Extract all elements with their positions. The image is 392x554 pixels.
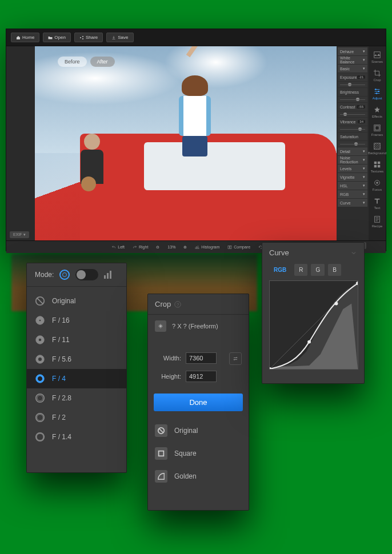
right-sidebar: Dehaze▾ White Balance▾ Basic▾ Exposure-2… bbox=[337, 46, 386, 240]
aperture-icon bbox=[35, 432, 45, 442]
swap-dimensions-button[interactable] bbox=[229, 352, 242, 365]
aperture-icon bbox=[35, 374, 45, 384]
crop-freeform-row[interactable]: ? X ? (Freeform) bbox=[148, 315, 249, 338]
contrast-row: Contrast-55 bbox=[338, 103, 367, 111]
height-input[interactable] bbox=[186, 371, 217, 382]
tool-effects[interactable]: Effects bbox=[370, 103, 385, 121]
height-label: Height: bbox=[156, 373, 181, 380]
home-icon bbox=[16, 35, 21, 40]
curve-tabs: RGB R G B bbox=[269, 264, 357, 276]
curve-title: Curve bbox=[269, 248, 289, 257]
curve-graph[interactable] bbox=[269, 280, 358, 370]
tool-adjust[interactable]: Adjust bbox=[370, 85, 385, 102]
crop-icon bbox=[373, 69, 381, 77]
svg-point-31 bbox=[37, 415, 43, 421]
vibrance-slider[interactable] bbox=[338, 126, 367, 132]
aperture-f14[interactable]: F / 1.4 bbox=[27, 427, 126, 447]
recipe-icon bbox=[373, 215, 381, 223]
aperture-original[interactable]: Original bbox=[27, 291, 126, 311]
crop-preset-original[interactable]: Original bbox=[148, 419, 249, 442]
aperture-f28[interactable]: F / 2.8 bbox=[27, 388, 126, 408]
histogram-button[interactable]: Histogram bbox=[195, 245, 219, 250]
section-hsl[interactable]: HSL▾ bbox=[338, 182, 367, 190]
saturation-row: Saturation bbox=[338, 133, 367, 140]
svg-rect-13 bbox=[378, 165, 380, 167]
tool-recipe[interactable]: Recipe bbox=[370, 213, 385, 230]
svg-text:?: ? bbox=[177, 302, 179, 307]
aperture-f16[interactable]: F / 16 bbox=[27, 311, 126, 330]
section-noise-reduction[interactable]: Noise Reduction▾ bbox=[338, 156, 367, 164]
aperture-f11[interactable]: F / 11 bbox=[27, 330, 126, 350]
tool-text[interactable]: Text bbox=[370, 195, 385, 212]
mode-aperture-icon[interactable] bbox=[59, 270, 70, 280]
chevron-down-icon[interactable] bbox=[350, 250, 357, 256]
open-button[interactable]: Open bbox=[43, 33, 71, 42]
section-basic[interactable]: Basic▾ bbox=[338, 65, 367, 73]
section-curve[interactable]: Curve▾ bbox=[338, 199, 367, 207]
share-button[interactable]: Share bbox=[74, 33, 103, 42]
section-dehaze[interactable]: Dehaze▾ bbox=[338, 47, 367, 55]
tool-strip: Scenes Crop Adjust Effects Frames Backgr… bbox=[369, 46, 386, 240]
brightness-slider[interactable] bbox=[338, 97, 367, 102]
brightness-row: Brightness bbox=[338, 88, 367, 96]
scenes-icon bbox=[373, 51, 381, 59]
help-icon[interactable]: ? bbox=[174, 301, 181, 308]
aperture-f4[interactable]: F / 4 bbox=[27, 369, 126, 388]
aperture-list: Original F / 16 F / 11 F / 5.6 F / 4 F /… bbox=[27, 287, 126, 447]
contrast-slider[interactable] bbox=[338, 111, 367, 117]
curve-tab-b[interactable]: B bbox=[328, 264, 341, 276]
golden-icon bbox=[155, 470, 167, 483]
zoom-out-button[interactable]: ⊖ bbox=[156, 245, 159, 250]
exif-button[interactable]: EXIF ▾ bbox=[10, 231, 29, 238]
curve-tab-rgb[interactable]: RGB bbox=[269, 264, 291, 276]
focus-icon bbox=[373, 179, 381, 187]
background-icon bbox=[373, 142, 381, 150]
section-vignette[interactable]: Vignette▾ bbox=[338, 173, 367, 181]
tool-background[interactable]: Background bbox=[370, 140, 385, 157]
crop-header: Crop ? bbox=[148, 294, 249, 315]
app-window: Home Open Share Save Before After EXIF ▾… bbox=[6, 29, 386, 251]
home-button[interactable]: Home bbox=[11, 33, 39, 42]
curve-tab-r[interactable]: R bbox=[294, 264, 307, 276]
tool-frames[interactable]: Frames bbox=[370, 122, 385, 139]
rotate-right-button[interactable]: Right bbox=[133, 245, 148, 250]
saturation-slider[interactable] bbox=[338, 141, 367, 147]
vibrance-row: Vibrance34 bbox=[338, 118, 367, 126]
tool-textures[interactable]: Textures bbox=[370, 158, 385, 175]
curve-panel: Curve RGB R G B bbox=[262, 242, 365, 384]
tool-scenes[interactable]: Scenes bbox=[370, 49, 385, 66]
svg-point-15 bbox=[376, 182, 378, 184]
compare-button[interactable]: Compare bbox=[227, 245, 250, 250]
aperture-f56[interactable]: F / 5.6 bbox=[27, 350, 126, 369]
mode-toggle[interactable] bbox=[75, 269, 98, 280]
svg-point-4 bbox=[375, 89, 377, 90]
zoom-level[interactable]: 13% bbox=[167, 245, 175, 249]
rotate-left-button[interactable]: Left bbox=[111, 245, 125, 250]
crop-preset-square[interactable]: Square bbox=[148, 442, 249, 465]
save-button[interactable]: Save bbox=[106, 33, 133, 42]
exposure-row: Exposure-21 bbox=[338, 73, 367, 81]
aperture-f2[interactable]: F / 2 bbox=[27, 408, 126, 427]
image-canvas[interactable]: Before After EXIF ▾ bbox=[6, 46, 337, 240]
rotate-right-icon bbox=[133, 245, 137, 250]
tool-crop[interactable]: Crop bbox=[370, 67, 385, 84]
section-detail[interactable]: Detail▾ bbox=[338, 147, 367, 155]
mode-row: Mode: bbox=[27, 269, 126, 287]
aperture-icon bbox=[35, 412, 45, 423]
svg-point-32 bbox=[36, 433, 44, 441]
tool-focus[interactable]: Focus bbox=[370, 176, 385, 194]
section-white-balance[interactable]: White Balance▾ bbox=[338, 56, 367, 64]
section-levels[interactable]: Levels▾ bbox=[338, 164, 367, 172]
curve-tab-g[interactable]: G bbox=[311, 264, 325, 276]
no-icon bbox=[35, 296, 45, 306]
width-input[interactable] bbox=[186, 352, 217, 364]
zoom-in-button[interactable]: ⊕ bbox=[183, 245, 187, 250]
section-rgb[interactable]: RGB▾ bbox=[338, 190, 367, 198]
svg-rect-18 bbox=[230, 246, 232, 248]
exposure-slider[interactable] bbox=[338, 82, 367, 87]
crop-done-button[interactable]: Done bbox=[154, 394, 243, 411]
before-label: Before bbox=[58, 57, 87, 67]
crop-preset-golden[interactable]: Golden bbox=[148, 465, 249, 488]
mode-bars-icon[interactable] bbox=[104, 271, 111, 279]
no-icon bbox=[155, 424, 167, 437]
